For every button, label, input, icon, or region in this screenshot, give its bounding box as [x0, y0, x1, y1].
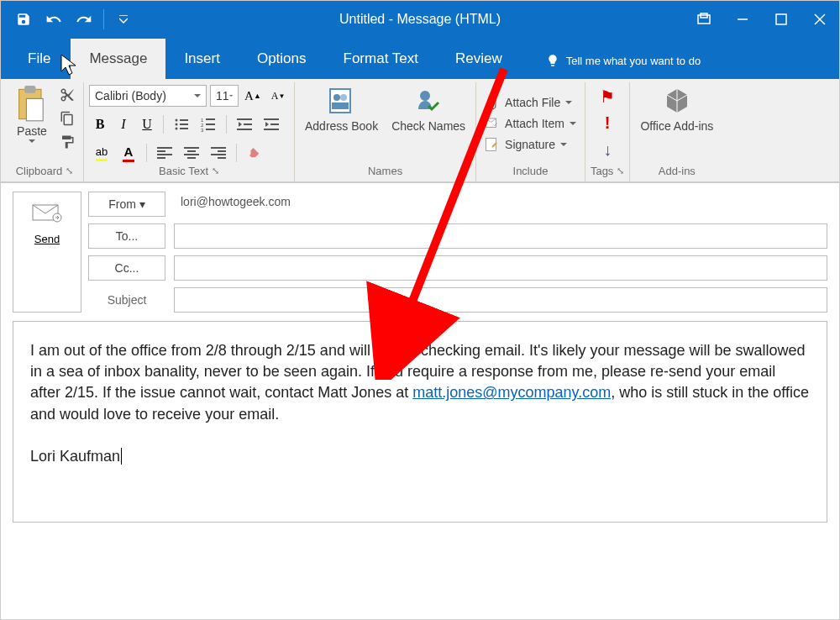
format-painter-icon[interactable]	[56, 131, 78, 153]
attach-item-button[interactable]: Attach Item	[481, 114, 580, 133]
high-importance-icon[interactable]: !	[595, 112, 620, 135]
window-title: Untitled - Message (HTML)	[339, 12, 501, 27]
svg-point-11	[176, 123, 178, 126]
shrink-font-icon[interactable]: A▼	[267, 84, 289, 108]
grow-font-icon[interactable]: A▲	[242, 84, 264, 108]
font-color-button[interactable]: A	[116, 141, 141, 165]
tab-insert[interactable]: Insert	[165, 39, 239, 79]
group-clipboard: Paste Clipboard ⤡	[6, 82, 84, 181]
svg-rect-21	[237, 118, 252, 120]
italic-button[interactable]: I	[113, 113, 134, 136]
to-input[interactable]	[174, 223, 827, 249]
svg-rect-18	[206, 123, 215, 125]
tab-format-text[interactable]: Format Text	[325, 39, 437, 79]
window-controls	[685, 1, 839, 37]
attach-file-button[interactable]: Attach File	[481, 93, 575, 112]
decrease-indent-icon[interactable]	[232, 113, 257, 136]
bold-button[interactable]: B	[89, 113, 111, 136]
minimize-icon[interactable]	[723, 1, 762, 37]
align-right-icon[interactable]	[206, 141, 231, 165]
svg-rect-28	[157, 150, 165, 152]
group-addins: Office Add-ins Add-ins	[630, 82, 723, 181]
tab-options[interactable]: Options	[239, 39, 325, 79]
highlight-button[interactable]: ab	[89, 141, 114, 165]
check-names-icon	[413, 86, 444, 116]
dialog-launcher-icon[interactable]: ⤡	[66, 166, 73, 176]
from-value: lori@howtogeek.com	[174, 192, 827, 217]
ribbon-tabs: File Message Insert Options Format Text …	[1, 37, 839, 79]
svg-rect-42	[332, 102, 349, 109]
close-icon[interactable]	[801, 1, 839, 37]
redo-icon[interactable]	[70, 5, 98, 34]
dialog-launcher-icon[interactable]: ⤡	[617, 166, 624, 176]
increase-indent-icon[interactable]	[259, 113, 284, 136]
svg-rect-27	[157, 147, 172, 149]
address-book-icon	[327, 86, 357, 116]
paperclip-icon	[485, 95, 500, 110]
from-button[interactable]: From ▾	[88, 192, 165, 217]
cc-input[interactable]	[174, 255, 827, 281]
svg-rect-7	[24, 86, 35, 93]
svg-rect-0	[698, 15, 710, 24]
bulb-icon	[546, 54, 559, 67]
svg-rect-14	[180, 128, 188, 129]
svg-rect-23	[237, 129, 252, 130]
tab-review[interactable]: Review	[437, 39, 521, 79]
svg-rect-24	[264, 118, 279, 120]
font-name-combo[interactable]: Calibri (Body)	[89, 85, 207, 107]
svg-rect-34	[187, 157, 196, 159]
svg-point-9	[176, 119, 178, 122]
group-basic-text: Calibri (Body) 11 A▲ A▼ B I U 123 ab A	[84, 82, 295, 181]
align-left-icon[interactable]	[152, 141, 177, 165]
subject-label: Subject	[88, 293, 165, 307]
tab-message[interactable]: Message	[71, 39, 165, 79]
bullets-button[interactable]	[169, 113, 194, 136]
signature-button[interactable]: Signature	[481, 135, 570, 154]
title-bar: Untitled - Message (HTML)	[1, 1, 839, 37]
font-size-combo[interactable]: 11	[210, 85, 239, 107]
copy-icon[interactable]	[56, 108, 78, 129]
cut-icon[interactable]	[56, 84, 78, 106]
numbering-button[interactable]: 123	[196, 113, 221, 136]
clear-formatting-icon[interactable]	[242, 141, 267, 165]
underline-button[interactable]: U	[136, 113, 158, 136]
svg-rect-25	[270, 123, 279, 125]
email-link[interactable]: matt.jones@mycompany.com	[412, 384, 611, 401]
compose-header: Send From ▾ lori@howtogeek.com To... Cc.…	[1, 183, 839, 313]
group-names: Address Book Check Names Names	[295, 82, 476, 181]
address-book-button[interactable]: Address Book	[300, 84, 383, 135]
tab-file[interactable]: File	[8, 39, 71, 79]
save-icon[interactable]	[9, 5, 38, 34]
low-importance-icon[interactable]: ↓	[595, 139, 620, 162]
follow-up-flag-icon[interactable]: ⚑	[595, 85, 620, 108]
svg-rect-10	[180, 119, 188, 121]
svg-rect-38	[218, 157, 226, 159]
svg-rect-12	[180, 123, 188, 125]
popout-icon[interactable]	[685, 1, 723, 37]
subject-input[interactable]	[174, 287, 827, 313]
svg-rect-20	[206, 129, 215, 130]
svg-rect-37	[211, 154, 226, 155]
text-cursor	[121, 448, 122, 465]
undo-icon[interactable]	[39, 5, 68, 34]
message-body[interactable]: I am out of the office from 2/8 through …	[13, 321, 827, 523]
tell-me-search[interactable]: Tell me what you want to do	[546, 42, 701, 79]
check-names-button[interactable]: Check Names	[386, 84, 470, 135]
office-addins-button[interactable]: Office Add-ins	[635, 84, 718, 135]
ribbon: Paste Clipboard ⤡ Calibri (Body) 11 A▲ A…	[1, 79, 839, 183]
cc-button[interactable]: Cc...	[88, 255, 165, 281]
svg-rect-33	[184, 154, 199, 155]
svg-rect-8	[26, 98, 43, 120]
maximize-icon[interactable]	[762, 1, 801, 37]
qa-customize-icon[interactable]	[109, 5, 138, 34]
send-button[interactable]: Send	[13, 192, 81, 313]
svg-point-40	[333, 94, 340, 101]
dialog-launcher-icon[interactable]: ⤡	[212, 166, 219, 176]
svg-point-13	[176, 128, 178, 130]
cursor-icon	[60, 54, 79, 77]
send-icon	[32, 204, 62, 224]
svg-rect-3	[776, 14, 786, 24]
align-center-icon[interactable]	[179, 141, 204, 165]
to-button[interactable]: To...	[88, 223, 165, 249]
paste-button[interactable]: Paste	[11, 84, 53, 146]
